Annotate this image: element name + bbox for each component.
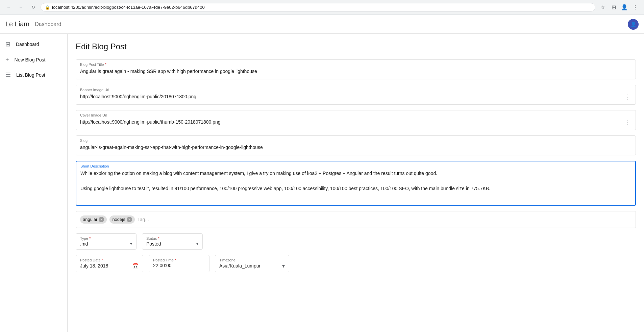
status-label: Status * [146,236,198,240]
lock-icon: 🔒 [45,5,50,10]
slug-label: Slug [80,138,631,143]
posted-time-label: Posted Time * [153,258,205,262]
app-bar: Le Liam Dashboard 👤 [0,15,644,34]
type-chevron-down-icon: ▾ [130,241,132,246]
status-field: Status * Posted ▾ [142,233,203,250]
timezone-chevron-down-icon: ▾ [282,263,285,269]
star-button[interactable]: ☆ [598,3,608,12]
brand-name: Le Liam [5,20,29,28]
sidebar-item-label: New Blog Post [15,57,46,62]
grid-button[interactable]: ⊞ [609,3,618,12]
posted-date-value: July 18, 2018 [80,263,108,269]
page-title: Edit Blog Post [76,42,636,51]
banner-field-with-menu: http://localhost:9000/nghenglim-public/2… [80,93,631,100]
remove-tag-nodejs[interactable]: × [127,217,132,222]
timezone-control[interactable]: Asia/Kuala_Lumpur ▾ [219,263,285,269]
posted-date-control[interactable]: July 18, 2018 📅 [80,263,139,269]
sidebar-item-label: Dashboard [16,42,39,47]
short-description-field: Short Description [76,161,636,206]
slug-field: Slug angular-is-great-again-making-ssr-a… [76,135,636,155]
user-avatar[interactable]: 👤 [628,19,639,30]
tags-field: angular × nodejs × Tag... [76,211,636,228]
calendar-icon[interactable]: 📅 [132,263,139,269]
tag-label-angular: angular [83,217,97,222]
forward-button[interactable]: → [16,3,26,12]
cover-image-url-field: Cover Image Url http://localhost:9000/ng… [76,110,636,130]
main-layout: ⊞ Dashboard + New Blog Post ☰ List Blog … [0,34,644,332]
short-description-label: Short Description [80,164,631,168]
cover-image-url-value[interactable]: http://localhost:9000/nghenglim-public/t… [80,119,221,126]
tag-label-nodejs: nodejs [112,217,125,222]
status-value: Posted [146,241,161,247]
sidebar-item-list-blog-post[interactable]: ☰ List Blog Post [0,67,67,83]
timezone-value: Asia/Kuala_Lumpur [219,263,261,269]
type-value: .md [80,241,88,247]
app-container: Le Liam Dashboard 👤 ⊞ Dashboard + New Bl… [0,15,644,332]
tag-input-placeholder[interactable]: Tag... [138,217,149,222]
posted-time-field: Posted Time * 22:00:00 [149,255,209,272]
type-select[interactable]: .md ▾ [80,241,132,247]
blog-post-title-value[interactable]: Angular is great again - making SSR app … [80,68,631,75]
posted-time-value[interactable]: 22:00:00 [153,263,172,268]
back-button[interactable]: ← [4,3,14,12]
blog-post-title-label: Blog Post Title * [80,62,631,67]
forward-icon: → [19,5,23,10]
type-label: Type * [80,236,132,240]
browser-chrome: ← → ↻ 🔒 localhost:4200/admin/edit-blogpo… [0,0,644,15]
sidebar-item-label: List Blog Post [16,72,45,78]
dashboard-icon: ⊞ [5,41,10,48]
banner-image-url-label: Banner Image Url [80,88,631,92]
status-select[interactable]: Posted ▾ [146,241,198,247]
posted-date-field: Posted Date * July 18, 2018 📅 [76,255,143,272]
sidebar-item-new-blog-post[interactable]: + New Blog Post [0,52,67,67]
cover-image-url-label: Cover Image Url [80,113,631,117]
remove-tag-angular[interactable]: × [99,217,104,222]
list-icon: ☰ [5,71,11,79]
status-chevron-down-icon: ▾ [196,241,198,246]
app-breadcrumb: Dashboard [35,21,61,27]
type-field: Type * .md ▾ [76,233,137,250]
banner-menu-button[interactable]: ⋮ [623,94,631,100]
content-area: Edit Blog Post Blog Post Title * Angular… [68,34,644,332]
posted-date-label: Posted Date * [80,258,139,262]
cover-field-with-menu: http://localhost:9000/nghenglim-public/t… [80,119,631,126]
date-time-row: Posted Date * July 18, 2018 📅 Posted Tim… [76,255,636,272]
slug-value[interactable]: angular-is-great-again-making-ssr-app-th… [80,144,631,151]
blog-post-title-field: Blog Post Title * Angular is great again… [76,59,636,79]
user-button[interactable]: 👤 [620,3,629,12]
menu-button[interactable]: ⋮ [630,3,640,12]
sidebar: ⊞ Dashboard + New Blog Post ☰ List Blog … [0,34,68,332]
person-icon: 👤 [630,22,636,27]
required-indicator: * [105,62,106,67]
timezone-field: Timezone Asia/Kuala_Lumpur ▾ [215,255,289,272]
tag-chip-nodejs: nodejs × [109,215,134,224]
banner-image-url-field: Banner Image Url http://localhost:9000/n… [76,85,636,105]
short-description-textarea[interactable] [80,170,631,200]
address-bar[interactable]: 🔒 localhost:4200/admin/edit-blogpost/c44… [41,3,595,11]
browser-actions: ☆ ⊞ 👤 ⋮ [598,3,640,12]
banner-image-url-value[interactable]: http://localhost:9000/nghenglim-public/2… [80,93,196,100]
reload-button[interactable]: ↻ [28,3,38,12]
add-icon: + [5,56,9,63]
reload-icon: ↻ [31,5,35,10]
timezone-label: Timezone [219,258,285,262]
back-icon: ← [6,5,11,10]
type-status-row: Type * .md ▾ Status * Posted ▾ [76,233,636,250]
tag-chip-angular: angular × [80,215,107,224]
sidebar-item-dashboard[interactable]: ⊞ Dashboard [0,36,67,52]
cover-menu-button[interactable]: ⋮ [623,119,631,125]
url-text: localhost:4200/admin/edit-blogpost/c44c1… [52,5,591,10]
